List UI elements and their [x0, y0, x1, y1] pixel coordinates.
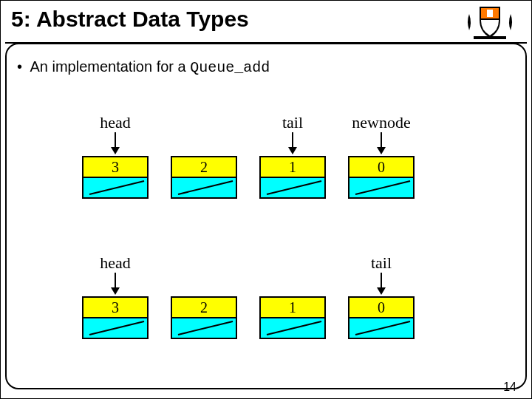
- svg-line-8: [89, 181, 144, 194]
- node-value: 1: [261, 298, 324, 318]
- node-value: 2: [172, 298, 236, 318]
- node-value: 3: [83, 157, 147, 178]
- svg-marker-5: [288, 147, 297, 154]
- node-pointer: [83, 318, 147, 338]
- node-value: 0: [349, 298, 413, 318]
- node-value: 3: [83, 298, 147, 318]
- bullet-dot-icon: •: [17, 58, 22, 75]
- svg-marker-13: [111, 287, 120, 295]
- arrow-down-icon: [287, 132, 298, 154]
- page-number: 14: [503, 381, 516, 394]
- queue-node: 0: [348, 296, 415, 339]
- svg-rect-0: [487, 10, 493, 17]
- row1-pointer-labels: head tail newnode: [82, 113, 415, 132]
- node-pointer: [261, 178, 324, 197]
- row2-pointer-labels: head tail: [82, 253, 415, 273]
- svg-line-10: [267, 181, 321, 194]
- node-pointer: [172, 178, 236, 197]
- svg-line-16: [89, 321, 144, 335]
- queue-node: 3: [82, 296, 149, 339]
- svg-line-19: [355, 321, 410, 335]
- node-pointer: [83, 178, 147, 197]
- svg-line-11: [355, 181, 410, 194]
- pointer-label-tail: tail: [259, 113, 326, 132]
- row1-nodes: 3 2 1 0: [82, 156, 415, 199]
- arrow-down-icon: [376, 273, 386, 295]
- svg-line-17: [178, 321, 233, 335]
- arrow-down-icon: [110, 273, 120, 295]
- arrow-down-icon: [110, 132, 120, 154]
- node-pointer: [261, 318, 324, 338]
- queue-node: 2: [171, 156, 237, 199]
- node-pointer: [349, 318, 413, 338]
- pointer-label-head: head: [82, 253, 149, 273]
- pointer-label-head: head: [82, 113, 149, 132]
- arrow-down-icon: [376, 132, 386, 154]
- queue-node: 1: [259, 296, 326, 339]
- node-value: 1: [261, 157, 324, 178]
- bullet-line: • An implementation for a Queue_add: [17, 58, 270, 76]
- node-pointer: [349, 178, 413, 197]
- node-value: 2: [172, 157, 236, 178]
- queue-node: 3: [82, 156, 149, 199]
- queue-node: 2: [171, 296, 237, 339]
- svg-marker-7: [377, 147, 386, 154]
- pointer-label-tail: tail: [348, 253, 415, 273]
- slide: 5: Abstract Data Types • An implementati…: [0, 0, 532, 399]
- svg-rect-1: [474, 36, 506, 39]
- princeton-shield-icon: [465, 4, 515, 41]
- bullet-code: Queue_add: [190, 59, 270, 76]
- svg-marker-15: [377, 287, 386, 295]
- svg-line-9: [178, 181, 233, 194]
- bullet-text: An implementation for a: [30, 58, 190, 75]
- svg-marker-3: [111, 147, 120, 154]
- svg-line-18: [267, 321, 321, 335]
- queue-node: 1: [259, 156, 326, 199]
- node-value: 0: [349, 157, 413, 178]
- node-pointer: [172, 318, 236, 338]
- queue-node: 0: [348, 156, 415, 199]
- row2-nodes: 3 2 1 0: [82, 296, 415, 339]
- slide-title: 5: Abstract Data Types: [11, 7, 249, 32]
- pointer-label-newnode: newnode: [348, 113, 415, 132]
